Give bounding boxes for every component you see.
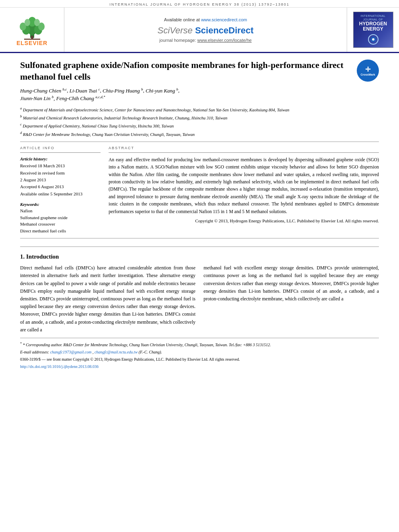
journal-homepage-prefix: journal homepage: (159, 38, 197, 43)
issn-text: 0360-3199/$ — see front matter Copyright… (20, 356, 379, 362)
email-label: E-mail addresses: (20, 350, 49, 354)
journal-cover-graphic (367, 33, 379, 45)
affiliations-section: a Department of Materials and Optoelectr… (20, 106, 379, 138)
svg-rect-9 (31, 36, 33, 39)
introduction-section: 1. Introduction Direct methanol fuel cel… (20, 246, 379, 334)
keyword-sgo: Sulfonated graphene oxide (20, 214, 101, 221)
elsevier-logo: ELSEVIER (14, 14, 50, 46)
abstract-text: An easy and effective method for produci… (109, 156, 379, 215)
article-title-section: Sulfonated graphene oxide/Nafion composi… (20, 60, 379, 82)
svg-point-7 (25, 19, 30, 26)
abstract-column: ABSTRACT An easy and effective method fo… (109, 146, 379, 234)
article-info-divider (20, 152, 101, 153)
author-fengchih: Feng-Chih Chang a,c,d,* (56, 95, 105, 101)
author-hung: Hung-Chung Chien b,c (20, 88, 67, 94)
elsevier-logo-section: ELSEVIER (0, 8, 64, 52)
corresponding-label: * Corresponding author. (23, 343, 62, 347)
revised-label: Received in revised form (20, 170, 101, 176)
authors-line: Hung-Chung Chien b,c, Li-Duan Tsai c, Ch… (20, 86, 379, 103)
article-history-label: Article history: (20, 156, 101, 162)
intro-number: 1. (20, 253, 25, 260)
crossmark-symbol: ✛ (365, 66, 370, 73)
crossmark-label: CrossMark (360, 73, 375, 76)
journal-cover-section: International Journal of HYDROGENENERGY (347, 8, 399, 52)
journal-cover-title: HYDROGENENERGY (359, 21, 387, 32)
sciencedirect-header: Available online at www.sciencedirect.co… (64, 8, 347, 52)
elsevier-tree-icon (14, 14, 50, 40)
crossmark-badge[interactable]: ✛ CrossMark (357, 60, 379, 82)
keyword-dmfc: Direct methanol fuel cells (20, 228, 101, 234)
page: INTERNATIONAL JOURNAL OF HYDROGEN ENERGY… (0, 0, 399, 532)
keywords-list: Nafion Sulfonated graphene oxide Methano… (20, 207, 101, 234)
sciverse-logo: SciVerse ScienceDirect (158, 24, 254, 36)
journal-header: ELSEVIER Available online at www.science… (0, 8, 399, 53)
doi-link-p: http://dx.doi.org/10.1016/j.ijhydene.201… (20, 364, 379, 370)
affiliation-a: a Department of Materials and Optoelectr… (20, 106, 379, 113)
keywords-section: Keywords: Nafion Sulfonated graphene oxi… (20, 202, 101, 234)
intro-col-right: methanol fuel with excellent energy stor… (204, 264, 379, 334)
sciencedirect-url[interactable]: www.sciencedirect.com (201, 17, 247, 22)
journal-homepage-text: journal homepage: www.elsevier.com/locat… (159, 38, 251, 43)
affiliation-d: d R&D Center for Membrane Technology, Ch… (20, 130, 379, 138)
available-prefix: Available online at (164, 17, 201, 22)
article-content: Sulfonated graphene oxide/Nafion composi… (0, 53, 399, 338)
email1-link[interactable]: changfc1973@gmail.com (50, 350, 92, 354)
email-line: E-mail addresses: changfc1973@gmail.com … (20, 349, 379, 355)
email-suffix: (F.-C. Chang). (139, 350, 162, 354)
intro-col-left: Direct methanol fuel cells (DMFCs) have … (20, 264, 195, 334)
banner-text: INTERNATIONAL JOURNAL OF HYDROGEN ENERGY… (109, 2, 290, 6)
keywords-label: Keywords: (20, 202, 101, 207)
info-abstract-section: ARTICLE INFO Article history: Received 1… (20, 146, 379, 234)
intro-label: Introduction (26, 253, 59, 260)
revised-date: 2 August 2013 (20, 177, 101, 183)
intro-text-right: methanol fuel with excellent energy stor… (204, 264, 379, 303)
hydrogen-journal-cover: International Journal of HYDROGENENERGY (353, 12, 393, 48)
affiliation-b: b Material and Chemical Research Laborat… (20, 114, 379, 121)
abstract-label: ABSTRACT (109, 146, 379, 150)
abstract-divider (109, 152, 379, 153)
available-date: Available online 5 September 2013 (20, 191, 101, 197)
intro-title: 1. Introduction (20, 253, 379, 260)
email2-link[interactable]: changfc@mail.nctu.edu.tw (95, 350, 138, 354)
journal-cover-subtitle: International Journal of (355, 14, 391, 21)
corresponding-author: * * Corresponding author. R&D Center for… (20, 341, 379, 348)
affiliation-c: c Department of Applied Chemistry, Natio… (20, 122, 379, 129)
abstract-end-divider (20, 238, 379, 238)
elsevier-brand-text: ELSEVIER (16, 40, 47, 46)
intro-text-left: Direct methanol fuel cells (DMFCs) have … (20, 264, 195, 334)
article-info-column: ARTICLE INFO Article history: Received 1… (20, 146, 101, 234)
author-chiyun: Chi-yun Kang b (146, 88, 178, 94)
journal-homepage-url[interactable]: www.elsevier.com/locate/he (197, 38, 252, 43)
keyword-nafion: Nafion (20, 207, 101, 214)
author-jiunnnan: Jiunn-Nan Lin b (20, 95, 53, 101)
keyword-methanol: Methanol crossover (20, 221, 101, 228)
available-online-text: Available online at www.sciencedirect.co… (164, 17, 247, 22)
footnote-star: * (20, 342, 22, 345)
corresponding-text: R&D Center for Membrane Technology, Chun… (63, 343, 271, 347)
history-label: Article history: (20, 156, 47, 161)
doi-link[interactable]: http://dx.doi.org/10.1016/j.ijhydene.201… (20, 364, 99, 369)
author-liduan: Li-Duan Tsai c (70, 88, 100, 94)
journal-banner: INTERNATIONAL JOURNAL OF HYDROGEN ENERGY… (0, 0, 399, 8)
svg-point-8 (34, 19, 40, 26)
header-divider (20, 142, 379, 142)
svg-point-13 (372, 38, 374, 41)
author-chiuping: Chiu-Ping Huang b (103, 88, 143, 94)
accepted-date: Accepted 6 August 2013 (20, 184, 101, 190)
intro-columns: Direct methanol fuel cells (DMFCs) have … (20, 264, 379, 334)
received-date: Received 18 March 2013 (20, 163, 101, 169)
article-info-label: ARTICLE INFO (20, 146, 101, 150)
footnotes-section: * * Corresponding author. R&D Center for… (20, 338, 379, 370)
article-title: Sulfonated graphene oxide/Nafion composi… (20, 60, 379, 82)
copyright-text: Copyright © 2013, Hydrogen Energy Public… (109, 218, 379, 224)
